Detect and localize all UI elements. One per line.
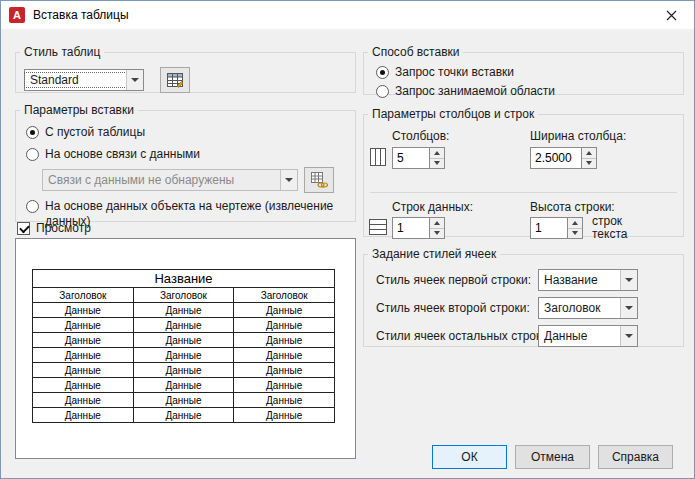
preview-data-cell: Данные <box>234 348 335 363</box>
preview-data-cell: Данные <box>33 318 134 333</box>
spin-down-icon <box>572 231 578 235</box>
preview-data-cell: Данные <box>33 303 134 318</box>
titlebar: A Вставка таблицы <box>1 1 694 29</box>
first-row-style-value: Название <box>539 273 620 287</box>
radio-selected-icon <box>376 66 389 79</box>
other-rows-style-label: Стили ячеек остальных строк: <box>376 329 545 343</box>
preview-data-cell: Данные <box>33 348 134 363</box>
data-rows-input[interactable] <box>392 217 430 239</box>
preview-data-cell: Данные <box>133 393 234 408</box>
chevron-down-icon[interactable] <box>620 298 637 318</box>
ok-button[interactable]: ОК <box>432 445 507 469</box>
first-row-style-combobox[interactable]: Название <box>538 269 638 291</box>
preview-checkbox-label: Просмотр <box>36 221 91 236</box>
radio-data-link[interactable]: На основе связи с данными <box>26 147 200 162</box>
preview-header-cell: Заголовок <box>234 288 335 303</box>
insert-options-group-label: Параметры вставки <box>20 103 138 117</box>
data-link-value: Связи с данными не обнаружены <box>43 173 280 187</box>
spin-up-icon <box>572 221 578 225</box>
radio-insert-area-label: Запрос занимаемой области <box>395 84 555 99</box>
column-width-spin-down-button[interactable] <box>582 158 596 169</box>
radio-data-link-label: На основе связи с данными <box>45 147 200 162</box>
preview-table-title: Название <box>33 270 335 288</box>
spin-up-icon <box>434 151 440 155</box>
data-rows-spinner <box>392 217 445 239</box>
preview-data-cell: Данные <box>33 408 134 423</box>
data-rows-label: Строк данных: <box>392 200 473 214</box>
row-height-input[interactable] <box>530 217 568 239</box>
divider <box>370 192 677 193</box>
row-height-spin-down-button[interactable] <box>568 228 582 239</box>
close-icon <box>666 10 677 21</box>
second-row-style-value: Заголовок <box>539 301 620 315</box>
chevron-down-icon <box>280 170 297 190</box>
radio-selected-icon <box>26 126 39 139</box>
columns-input[interactable] <box>392 147 430 169</box>
radio-insert-point[interactable]: Запрос точки вставки <box>376 65 514 80</box>
preview-header-cell: Заголовок <box>133 288 234 303</box>
spin-up-icon <box>586 151 592 155</box>
table-rows-icon <box>368 217 388 240</box>
table-columns-icon <box>368 147 388 170</box>
preview-table: Название Заголовок Заголовок Заголовок Д… <box>32 269 335 423</box>
spin-down-icon <box>434 161 440 165</box>
table-edit-icon <box>166 71 184 89</box>
other-rows-style-value: Данные <box>539 329 620 343</box>
preview-data-cell: Данные <box>133 303 234 318</box>
column-width-label: Ширина столбца: <box>530 129 626 143</box>
column-width-spinner <box>530 147 597 169</box>
second-row-style-combobox[interactable]: Заголовок <box>538 297 638 319</box>
preview-header-cell: Заголовок <box>33 288 134 303</box>
radio-insert-area[interactable]: Запрос занимаемой области <box>376 84 555 99</box>
columns-spin-down-button[interactable] <box>430 158 444 169</box>
radio-unselected-icon <box>26 200 39 213</box>
data-link-combobox: Связи с данными не обнаружены <box>42 169 298 191</box>
columns-rows-group-label: Параметры столбцов и строк <box>368 107 538 121</box>
preview-data-cell: Данные <box>234 318 335 333</box>
other-rows-style-combobox[interactable]: Данные <box>538 325 638 347</box>
preview-data-cell: Данные <box>234 333 335 348</box>
group-table-style: Стиль таблиц Standard <box>15 45 356 93</box>
second-row-style-label: Стиль ячеек второй строки: <box>376 301 530 315</box>
row-height-label: Высота строки: <box>530 200 615 214</box>
dialog-title: Вставка таблицы <box>33 8 129 22</box>
autocad-logo-icon: A <box>9 7 25 23</box>
preview-data-cell: Данные <box>133 363 234 378</box>
group-insert-options: Параметры вставки С пустой таблицы На ос… <box>15 103 356 222</box>
preview-data-cell: Данные <box>133 333 234 348</box>
row-height-suffix-label: строк текста <box>592 215 652 241</box>
columns-spinner <box>392 147 445 169</box>
radio-insert-point-label: Запрос точки вставки <box>395 65 514 80</box>
preview-data-cell: Данные <box>33 333 134 348</box>
radio-unselected-icon <box>26 148 39 161</box>
cancel-button[interactable]: Отмена <box>515 445 590 469</box>
column-width-spin-up-button[interactable] <box>582 148 596 158</box>
data-rows-spin-down-button[interactable] <box>430 228 444 239</box>
launch-data-link-manager-button[interactable] <box>304 167 334 193</box>
group-cell-styles: Задание стилей ячеек Стиль ячеек первой … <box>363 247 684 347</box>
table-style-combobox[interactable]: Standard <box>24 69 144 91</box>
group-insert-behavior: Способ вставки Запрос точки вставки Запр… <box>363 45 684 95</box>
preview-data-cell: Данные <box>33 393 134 408</box>
columns-spin-up-button[interactable] <box>430 148 444 158</box>
preview-data-cell: Данные <box>133 378 234 393</box>
columns-label: Столбцов: <box>392 129 449 143</box>
preview-data-cell: Данные <box>234 363 335 378</box>
chevron-down-icon[interactable] <box>620 326 637 346</box>
preview-checkbox[interactable]: Просмотр <box>17 221 91 236</box>
preview-data-cell: Данные <box>133 318 234 333</box>
radio-empty-table[interactable]: С пустой таблицы <box>26 125 145 140</box>
chevron-down-icon[interactable] <box>620 270 637 290</box>
help-button[interactable]: Справка <box>598 445 673 469</box>
checkbox-checked-icon <box>17 222 30 235</box>
spin-down-icon <box>434 231 440 235</box>
data-rows-spin-up-button[interactable] <box>430 218 444 228</box>
chevron-down-icon[interactable] <box>126 70 143 90</box>
insert-behavior-group-label: Способ вставки <box>368 45 463 59</box>
close-button[interactable] <box>649 1 694 29</box>
launch-table-style-dialog-button[interactable] <box>160 67 190 93</box>
preview-data-cell: Данные <box>234 378 335 393</box>
preview-panel: Название Заголовок Заголовок Заголовок Д… <box>15 238 356 459</box>
row-height-spin-up-button[interactable] <box>568 218 582 228</box>
column-width-input[interactable] <box>530 147 582 169</box>
